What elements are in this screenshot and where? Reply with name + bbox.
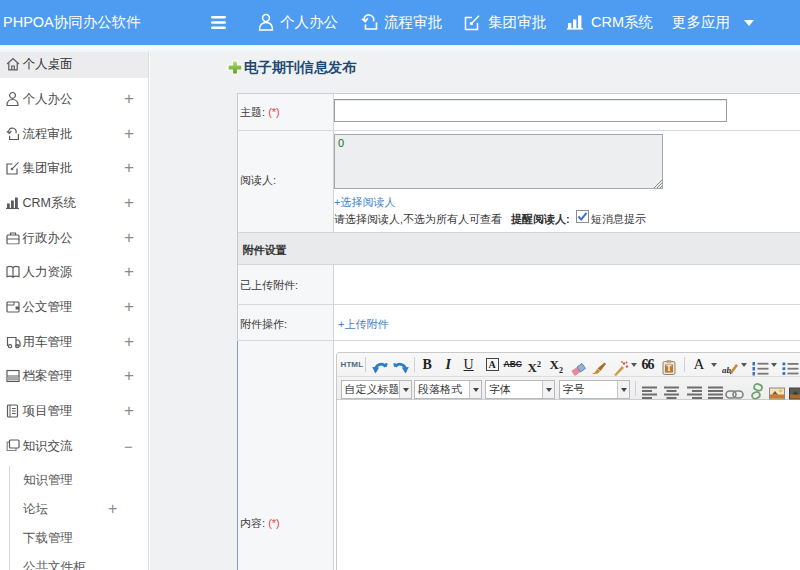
svg-text:T: T — [666, 364, 671, 373]
